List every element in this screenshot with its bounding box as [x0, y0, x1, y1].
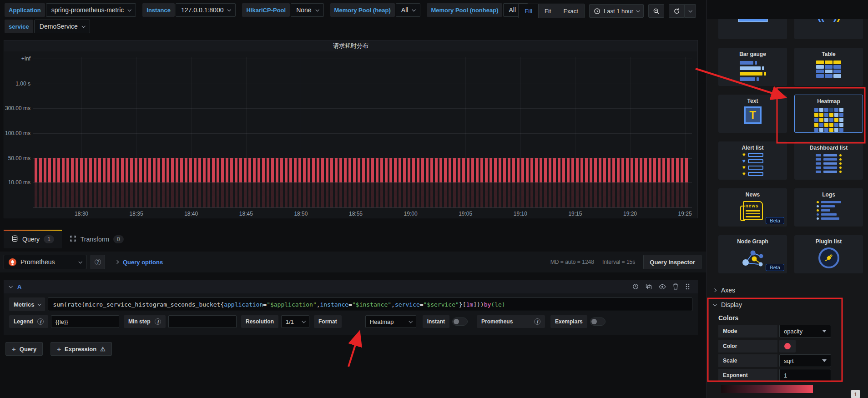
x-axis-tick: 18:45 — [239, 211, 253, 217]
view-mode-fit[interactable]: Fit — [539, 4, 557, 18]
query-card: A Metrics sum(rate(micro_service_histogr… — [4, 280, 698, 335]
info-icon[interactable]: i — [37, 318, 44, 325]
caret-down-icon — [822, 359, 827, 362]
refresh-button[interactable] — [669, 4, 684, 18]
variable-value-hikaricp-pool[interactable]: None — [291, 3, 323, 17]
section-axes[interactable]: Axes — [713, 287, 735, 294]
tab-label: Query — [22, 236, 40, 243]
variable-value-application[interactable]: spring-prometheus-metric — [46, 3, 136, 17]
legend-label: Legend — [14, 318, 33, 325]
sidebar-header — [707, 0, 868, 19]
viz-tile-node-graph[interactable]: Node GraphBeta — [718, 235, 787, 273]
info-icon[interactable]: i — [534, 318, 540, 325]
history-icon[interactable] — [632, 283, 639, 290]
variable-value-service[interactable]: DemoService — [34, 20, 90, 33]
view-mode-fill[interactable]: Fill — [519, 4, 539, 18]
query-header[interactable]: A — [4, 280, 698, 293]
chevron-down-icon — [81, 24, 85, 28]
drag-handle-icon[interactable] — [685, 283, 690, 290]
x-axis-tick: 18:35 — [130, 211, 143, 217]
caret-down-icon — [822, 330, 827, 333]
panel-title[interactable]: 请求耗时分布 — [4, 40, 697, 51]
display-option-exponent-input[interactable]: 1 — [779, 369, 831, 382]
tab-transform[interactable]: Transform0 — [62, 230, 131, 248]
query-options-toggle[interactable]: Query options — [116, 259, 163, 266]
display-option-mode-select[interactable]: opacity — [779, 325, 831, 338]
grafana-panel-edit-page: Applicationspring-prometheus-metricInsta… — [0, 0, 868, 398]
y-gridline — [33, 59, 692, 59]
variable-label-instance: Instance — [142, 3, 175, 17]
variables-row-1: Applicationspring-prometheus-metricInsta… — [5, 3, 528, 17]
datasource-toolbar: Prometheus ? Query options MD = auto = 1… — [0, 252, 706, 272]
zoom-out-button[interactable] — [648, 4, 664, 18]
chevron-down-icon — [78, 260, 82, 263]
variable-value-instance[interactable]: 127.0.0.1:8000 — [176, 3, 236, 17]
viz-tile-heatmap[interactable]: Heatmap — [794, 95, 863, 133]
database-icon — [11, 235, 18, 243]
variable-value-memory-pool-heap[interactable]: All — [396, 3, 421, 17]
variable-current-value: DemoService — [40, 23, 78, 30]
x-axis-tick: 19:25 — [678, 211, 692, 217]
promql-token: "$application" — [267, 301, 317, 308]
tab-query[interactable]: Query1 — [4, 230, 62, 248]
variable-current-value: spring-prometheus-metric — [51, 6, 124, 14]
prometheus-flame-icon — [9, 258, 16, 266]
datasource-help-button[interactable]: ? — [91, 255, 105, 269]
display-option-scale-select[interactable]: sqrt — [779, 354, 831, 367]
colors-group-label: Colors — [718, 314, 738, 322]
trash-icon[interactable] — [673, 283, 678, 290]
chevron-down-icon — [412, 8, 416, 11]
viz-tile-label: Heatmap — [817, 98, 840, 105]
viz-tile-bar-gauge[interactable]: Bar gauge — [718, 48, 787, 86]
promql-input[interactable]: sum(rate(micro_service_histogram_seconds… — [48, 297, 692, 311]
disable-eye-icon[interactable] — [659, 284, 666, 289]
viz-tile-plugin-list[interactable]: Plugin list — [794, 235, 863, 273]
collapse-chevron-icon[interactable] — [9, 284, 12, 288]
add-query-label: Query — [20, 346, 37, 353]
metrics-dropdown[interactable]: Metrics — [9, 297, 45, 311]
legend-label-chip: Legend i — [9, 315, 48, 328]
duplicate-icon[interactable] — [646, 283, 652, 290]
query-expression-row: Metrics sum(rate(micro_service_histogram… — [9, 297, 692, 311]
dashboard-list-icon — [816, 153, 842, 173]
viz-tile-table[interactable]: Table — [794, 48, 863, 86]
heatmap-plot[interactable]: +Inf1.00 s300.00 ms100.00 ms50.00 ms10.0… — [4, 51, 697, 218]
text-panel-icon: T — [744, 106, 762, 124]
viz-tile-dashboard-list[interactable]: Dashboard list — [794, 141, 863, 180]
viz-tile-news[interactable]: NewsnewsBeta — [718, 188, 787, 227]
chevron-right-icon — [115, 260, 119, 264]
variable-current-value: All — [401, 6, 409, 14]
info-icon[interactable]: i — [155, 318, 161, 325]
promql-token: , — [391, 301, 395, 308]
add-expression-button[interactable]: + Expression ⚠ — [50, 342, 112, 356]
alert-list-icon: ♥♥♥♥ — [742, 153, 763, 176]
promql-token: = — [420, 301, 424, 308]
instant-toggle[interactable] — [452, 317, 468, 326]
exemplars-toggle[interactable] — [590, 317, 606, 326]
y-gridline — [33, 84, 692, 84]
section-display[interactable]: Display — [713, 301, 742, 308]
time-range-picker[interactable]: Last 1 hour — [589, 4, 644, 18]
transform-icon — [70, 235, 76, 243]
view-mode-exact[interactable]: Exact — [557, 4, 584, 18]
prometheus-label-chip: Prometheus i — [477, 315, 545, 328]
tab-label: Transform — [81, 236, 109, 243]
query-inspector-button[interactable]: Query inspector — [643, 255, 701, 269]
color-swatch-cell[interactable] — [779, 340, 796, 353]
viz-tile-text[interactable]: TextT — [718, 95, 787, 133]
min-step-input[interactable] — [168, 315, 237, 328]
display-option-label-exponent: Exponent — [718, 369, 777, 382]
query-actions — [632, 283, 692, 290]
add-query-button[interactable]: + Query — [5, 342, 43, 356]
x-axis-tick: 19:05 — [459, 211, 472, 217]
refresh-interval-dropdown[interactable] — [684, 4, 696, 18]
x-axis-tick: 18:55 — [349, 211, 363, 217]
add-expression-label: Expression — [65, 346, 96, 353]
viz-tile-logs[interactable]: Logs — [794, 188, 863, 227]
viz-tile-alert-list[interactable]: Alert list♥♥♥♥ — [718, 141, 787, 180]
datasource-select[interactable]: Prometheus — [4, 255, 86, 269]
format-select[interactable]: Heatmap — [365, 315, 416, 328]
resolution-select[interactable]: 1/1 — [281, 315, 309, 328]
prometheus-label: Prometheus — [481, 318, 513, 325]
legend-input[interactable]: {{le}} — [51, 315, 119, 328]
